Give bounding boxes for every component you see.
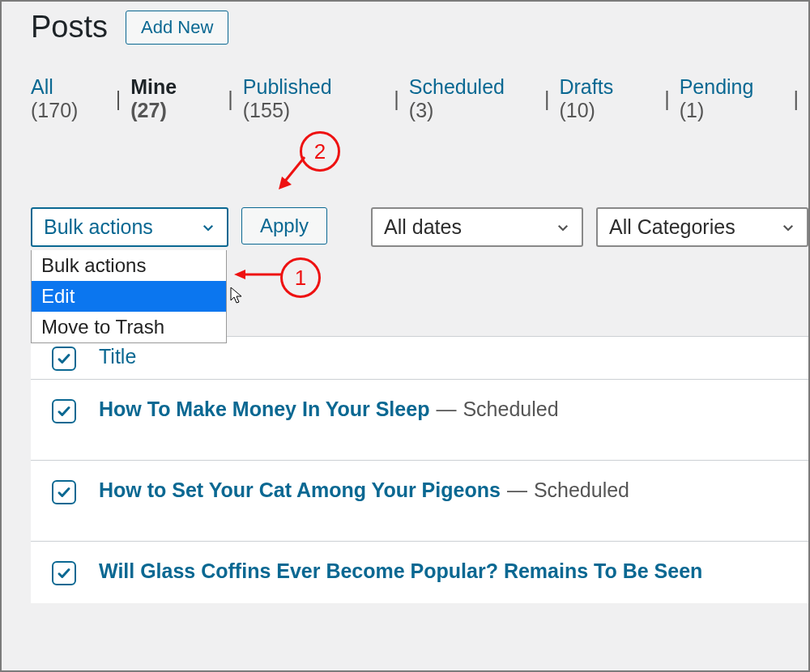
check-icon <box>57 404 71 419</box>
check-icon <box>57 351 71 366</box>
bulk-actions-dropdown: Bulk actions Edit Move to Trash <box>31 250 227 343</box>
annotation-arrow-2 <box>277 152 309 189</box>
date-filter-select[interactable]: All dates <box>371 207 583 247</box>
row-checkbox[interactable] <box>52 480 76 504</box>
svg-line-2 <box>284 157 305 183</box>
filter-published[interactable]: Published (155) <box>243 75 385 122</box>
select-all-checkbox[interactable] <box>52 347 76 371</box>
post-status-filters: All (170) | Mine (27) | Published (155) … <box>31 75 808 122</box>
bulk-option-trash[interactable]: Move to Trash <box>32 312 226 342</box>
table-row: How to Set Your Cat Among Your Pigeons —… <box>31 460 808 541</box>
category-filter-value: All Categories <box>609 215 735 239</box>
bulk-option-edit[interactable]: Edit <box>32 281 226 312</box>
post-title-link[interactable]: Will Glass Coffins Ever Become Popular? … <box>99 559 702 583</box>
svg-marker-3 <box>279 177 292 189</box>
bulk-actions-value: Bulk actions <box>44 215 153 239</box>
page-title: Posts <box>31 10 108 45</box>
bulk-option-bulkactions[interactable]: Bulk actions <box>32 250 226 281</box>
page-header: Posts Add New <box>31 10 808 45</box>
filter-all[interactable]: All (170) <box>31 75 106 122</box>
filter-pending[interactable]: Pending (1) <box>680 75 784 122</box>
post-title-link[interactable]: How to Set Your Cat Among Your Pigeons <box>99 478 501 502</box>
bulk-controls: Bulk actions Bulk actions Edit Move to T… <box>31 207 808 247</box>
svg-marker-1 <box>234 270 245 279</box>
annotation-marker-1: 1 <box>280 257 321 298</box>
posts-table: Title How To Make Money In Your Sleep — … <box>31 336 808 603</box>
category-filter-select[interactable]: All Categories <box>596 207 808 247</box>
filter-scheduled[interactable]: Scheduled (3) <box>409 75 535 122</box>
apply-button[interactable]: Apply <box>241 207 327 245</box>
annotation-arrow-1 <box>234 265 283 284</box>
table-row: Will Glass Coffins Ever Become Popular? … <box>31 541 808 603</box>
mouse-cursor-icon <box>230 287 243 304</box>
filter-drafts[interactable]: Drafts (10) <box>559 75 654 122</box>
chevron-down-icon <box>781 220 795 235</box>
add-new-button[interactable]: Add New <box>126 11 228 45</box>
filter-mine[interactable]: Mine (27) <box>130 75 218 122</box>
post-status: Scheduled <box>463 398 558 421</box>
row-checkbox[interactable] <box>52 561 76 585</box>
chevron-down-icon <box>556 220 570 235</box>
row-checkbox[interactable] <box>52 399 76 423</box>
column-header-title[interactable]: Title <box>99 345 136 368</box>
post-title-link[interactable]: How To Make Money In Your Sleep <box>99 398 429 421</box>
check-icon <box>57 566 71 581</box>
check-icon <box>57 485 71 500</box>
date-filter-value: All dates <box>384 215 462 239</box>
annotation-marker-2: 2 <box>300 131 340 172</box>
table-row: How To Make Money In Your Sleep — Schedu… <box>31 379 808 460</box>
chevron-down-icon <box>201 220 215 235</box>
post-status: Scheduled <box>534 478 629 502</box>
bulk-actions-select[interactable]: Bulk actions <box>31 207 228 247</box>
app-frame: Posts Add New All (170) | Mine (27) | Pu… <box>0 0 810 672</box>
